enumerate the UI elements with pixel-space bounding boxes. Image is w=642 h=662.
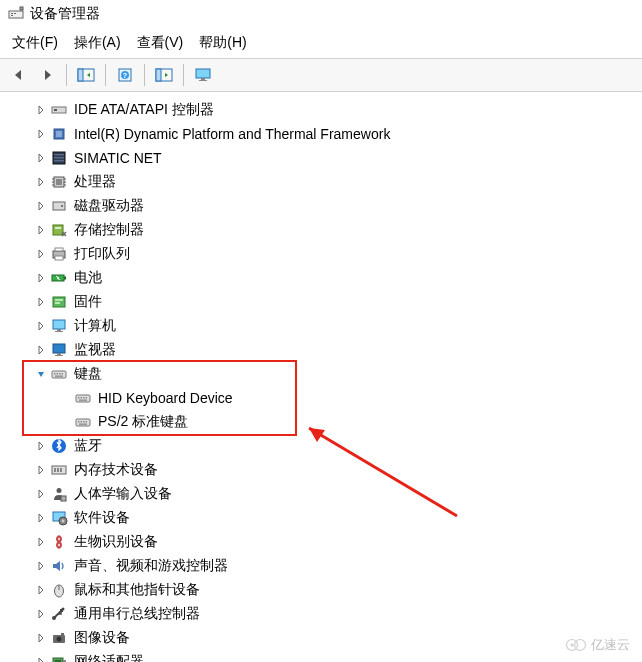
svg-rect-3 bbox=[11, 15, 13, 16]
svg-rect-34 bbox=[55, 227, 61, 229]
chevron-right-icon[interactable] bbox=[34, 247, 48, 261]
monitor-button[interactable] bbox=[190, 63, 216, 87]
svg-rect-62 bbox=[78, 421, 80, 423]
show-hide-button[interactable] bbox=[73, 63, 99, 87]
menu-help[interactable]: 帮助(H) bbox=[199, 34, 246, 52]
scan-hardware-button[interactable] bbox=[151, 63, 177, 87]
help-button[interactable]: ? bbox=[112, 63, 138, 87]
tree-item[interactable]: 处理器 bbox=[0, 170, 642, 194]
chevron-right-icon[interactable] bbox=[34, 511, 48, 525]
tree-item[interactable]: PS/2 标准键盘 bbox=[0, 410, 642, 434]
chevron-down-icon[interactable] bbox=[34, 367, 48, 381]
chevron-right-icon[interactable] bbox=[34, 535, 48, 549]
svg-rect-13 bbox=[201, 78, 205, 80]
tree-item-label: SIMATIC NET bbox=[74, 150, 162, 166]
tree-item-label: 磁盘驱动器 bbox=[74, 197, 144, 215]
tree-item[interactable]: 软件设备 bbox=[0, 506, 642, 530]
tree-item[interactable]: 网络适配器 bbox=[0, 650, 642, 662]
svg-rect-50 bbox=[54, 373, 56, 375]
chevron-right-icon[interactable] bbox=[34, 631, 48, 645]
svg-rect-31 bbox=[53, 202, 65, 210]
disk-icon bbox=[50, 197, 68, 215]
chevron-right-icon[interactable] bbox=[34, 151, 48, 165]
tree-item[interactable]: 声音、视频和游戏控制器 bbox=[0, 554, 642, 578]
usb-icon bbox=[50, 605, 68, 623]
svg-point-76 bbox=[62, 520, 65, 523]
tree-item[interactable]: SIMATIC NET bbox=[0, 146, 642, 170]
mouse-icon bbox=[50, 581, 68, 599]
tree-item-label: 处理器 bbox=[74, 173, 116, 191]
svg-rect-46 bbox=[53, 344, 65, 353]
tree-item[interactable]: 内存技术设备 bbox=[0, 458, 642, 482]
svg-rect-6 bbox=[78, 69, 83, 81]
svg-rect-84 bbox=[61, 633, 64, 635]
chevron-right-icon[interactable] bbox=[34, 103, 48, 117]
tree-item-label: 人体学输入设备 bbox=[74, 485, 172, 503]
tree-item[interactable]: 人体学输入设备 bbox=[0, 482, 642, 506]
menu-view[interactable]: 查看(V) bbox=[137, 34, 184, 52]
chevron-right-icon[interactable] bbox=[34, 439, 48, 453]
svg-rect-1 bbox=[11, 13, 13, 14]
chevron-right-icon[interactable] bbox=[34, 559, 48, 573]
chip-icon bbox=[50, 125, 68, 143]
svg-rect-70 bbox=[57, 468, 59, 472]
tree-item[interactable]: 监视器 bbox=[0, 338, 642, 362]
tree-item[interactable]: HID Keyboard Device bbox=[0, 386, 642, 410]
tree-item[interactable]: 打印队列 bbox=[0, 242, 642, 266]
keyboard-icon bbox=[50, 365, 68, 383]
chevron-right-icon[interactable] bbox=[34, 127, 48, 141]
chevron-right-icon[interactable] bbox=[34, 223, 48, 237]
chevron-right-icon[interactable] bbox=[34, 343, 48, 357]
svg-rect-4 bbox=[20, 7, 23, 10]
toolbar-separator bbox=[66, 64, 67, 86]
svg-rect-60 bbox=[79, 400, 87, 401]
tree-item[interactable]: 图像设备 bbox=[0, 626, 642, 650]
chevron-right-icon[interactable] bbox=[34, 319, 48, 333]
tree-item-label: HID Keyboard Device bbox=[98, 390, 233, 406]
cpu-icon bbox=[50, 173, 68, 191]
svg-rect-41 bbox=[55, 299, 63, 301]
chevron-right-icon[interactable] bbox=[34, 607, 48, 621]
svg-rect-56 bbox=[78, 397, 80, 399]
svg-rect-52 bbox=[59, 373, 61, 375]
menu-file[interactable]: 文件(F) bbox=[12, 34, 58, 52]
tree-item[interactable]: IDE ATA/ATAPI 控制器 bbox=[0, 98, 642, 122]
svg-rect-43 bbox=[53, 320, 65, 329]
chevron-right-icon[interactable] bbox=[34, 199, 48, 213]
chevron-right-icon[interactable] bbox=[34, 583, 48, 597]
chevron-right-icon[interactable] bbox=[34, 175, 48, 189]
chevron-right-icon[interactable] bbox=[34, 487, 48, 501]
tree-item[interactable]: 存储控制器 bbox=[0, 218, 642, 242]
tree-item[interactable]: 磁盘驱动器 bbox=[0, 194, 642, 218]
tree-item-label: IDE ATA/ATAPI 控制器 bbox=[74, 101, 214, 119]
chevron-right-icon[interactable] bbox=[34, 463, 48, 477]
keyboard-icon bbox=[74, 413, 92, 431]
chevron-right-icon[interactable] bbox=[34, 295, 48, 309]
menu-action[interactable]: 操作(A) bbox=[74, 34, 121, 52]
tree-item[interactable]: 键盘 bbox=[0, 362, 642, 386]
svg-rect-36 bbox=[55, 248, 63, 251]
chevron-right-icon[interactable] bbox=[34, 655, 48, 662]
monitor-icon bbox=[50, 341, 68, 359]
forward-button[interactable] bbox=[34, 63, 60, 87]
tree-item[interactable]: 计算机 bbox=[0, 314, 642, 338]
svg-rect-53 bbox=[62, 373, 64, 375]
tree-item[interactable]: 生物识别设备 bbox=[0, 530, 642, 554]
tree-item[interactable]: 电池 bbox=[0, 266, 642, 290]
svg-rect-58 bbox=[83, 397, 85, 399]
battery-icon bbox=[50, 269, 68, 287]
expander-none bbox=[58, 415, 72, 429]
tree-item[interactable]: 蓝牙 bbox=[0, 434, 642, 458]
back-button[interactable] bbox=[6, 63, 32, 87]
chevron-right-icon[interactable] bbox=[34, 271, 48, 285]
tree-item-label: 声音、视频和游戏控制器 bbox=[74, 557, 228, 575]
tree-item[interactable]: Intel(R) Dynamic Platform and Thermal Fr… bbox=[0, 122, 642, 146]
tree-item[interactable]: 通用串行总线控制器 bbox=[0, 602, 642, 626]
svg-rect-65 bbox=[86, 421, 88, 423]
tree-item[interactable]: 固件 bbox=[0, 290, 642, 314]
tree-item-label: 图像设备 bbox=[74, 629, 130, 647]
svg-rect-73 bbox=[61, 496, 66, 501]
tree-item[interactable]: 鼠标和其他指针设备 bbox=[0, 578, 642, 602]
rack-icon bbox=[50, 149, 68, 167]
svg-rect-20 bbox=[54, 154, 64, 155]
